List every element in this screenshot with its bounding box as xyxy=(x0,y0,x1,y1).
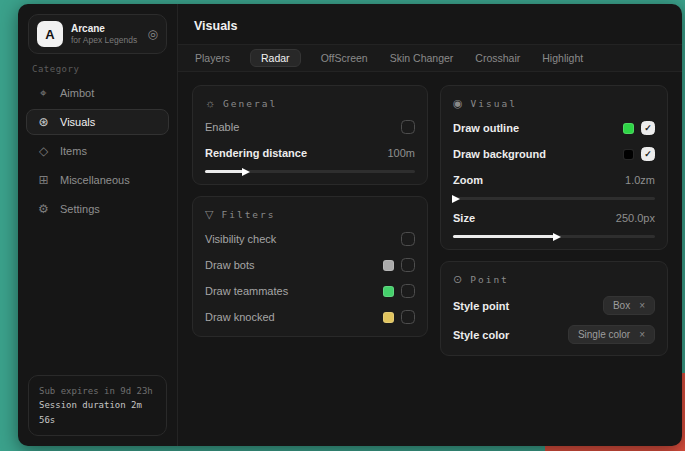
sidebar-item-label: Aimbot xyxy=(60,87,94,99)
slider-thumb[interactable] xyxy=(452,195,464,203)
slider-thumb[interactable] xyxy=(553,233,565,241)
main-header: Visuals xyxy=(178,4,682,45)
tab-players[interactable]: Players xyxy=(193,49,232,67)
style-color-row: Style color Single color × xyxy=(453,325,655,344)
size-value: 250.0px xyxy=(616,212,655,224)
visibility-check-row: Visibility check xyxy=(205,231,415,247)
draw-background-controls: ✓ xyxy=(623,147,655,161)
draw-outline-color-swatch[interactable] xyxy=(623,123,634,134)
slider-fill xyxy=(453,235,554,238)
visibility-check-checkbox[interactable] xyxy=(401,232,415,246)
panel-visual: ◉ Visual Draw outline ✓ Draw background xyxy=(440,85,668,250)
panel-filters-header: ▽ Filters xyxy=(205,208,415,221)
zoom-row: Zoom 1.0zm xyxy=(453,172,655,188)
draw-teammates-color-swatch[interactable] xyxy=(383,286,394,297)
tab-bar: Players Radar OffScreen Skin Changer Cro… xyxy=(178,45,682,72)
zoom-label: Zoom xyxy=(453,174,483,186)
sidebar-nav: ⌖ Aimbot ⊛ Visuals ◇ Items ⊞ Miscellaneo… xyxy=(18,80,177,222)
sidebar-item-miscellaneous[interactable]: ⊞ Miscellaneous xyxy=(26,167,169,193)
sidebar-item-items[interactable]: ◇ Items xyxy=(26,138,169,164)
draw-bots-color-swatch[interactable] xyxy=(383,260,394,271)
style-color-select[interactable]: Single color × xyxy=(568,325,655,344)
draw-background-label: Draw background xyxy=(453,148,546,160)
draw-teammates-row: Draw teammates xyxy=(205,283,415,299)
style-point-select[interactable]: Box × xyxy=(603,296,655,315)
panel-general: ☼ General Enable Rendering distance 100m xyxy=(192,85,428,185)
items-icon: ◇ xyxy=(37,144,50,158)
style-color-clear-icon[interactable]: × xyxy=(639,329,645,340)
slider-fill xyxy=(205,170,243,173)
size-slider[interactable] xyxy=(453,235,655,238)
session-info-card: Sub expires in 9d 23h Session duration 2… xyxy=(28,375,167,436)
rendering-distance-row: Rendering distance 100m xyxy=(205,145,415,161)
sidebar-item-label: Miscellaneous xyxy=(60,174,130,186)
enable-row: Enable xyxy=(205,119,415,135)
rendering-distance-slider[interactable] xyxy=(205,170,415,173)
panel-title: Visual xyxy=(471,98,517,109)
sidebar-item-visuals[interactable]: ⊛ Visuals xyxy=(26,109,169,135)
tab-offscreen[interactable]: OffScreen xyxy=(319,49,370,67)
zoom-slider[interactable] xyxy=(453,197,655,200)
draw-teammates-checkbox[interactable] xyxy=(401,284,415,298)
draw-bots-row: Draw bots xyxy=(205,257,415,273)
draw-outline-checkbox[interactable]: ✓ xyxy=(641,121,655,135)
enable-checkbox[interactable] xyxy=(401,120,415,134)
draw-outline-label: Draw outline xyxy=(453,122,519,134)
sidebar: A Arcane for Apex Legends ◎ Category ⌖ A… xyxy=(18,4,178,446)
draw-knocked-color-swatch[interactable] xyxy=(383,312,394,323)
draw-outline-row: Draw outline ✓ xyxy=(453,120,655,136)
category-label: Category xyxy=(32,64,163,74)
draw-background-row: Draw background ✓ xyxy=(453,146,655,162)
draw-knocked-controls xyxy=(383,310,415,324)
draw-knocked-checkbox[interactable] xyxy=(401,310,415,324)
style-point-value: Box xyxy=(613,300,630,311)
style-point-clear-icon[interactable]: × xyxy=(639,300,645,311)
visibility-check-label: Visibility check xyxy=(205,233,276,245)
style-color-label: Style color xyxy=(453,329,509,341)
right-column: ◉ Visual Draw outline ✓ Draw background xyxy=(440,85,668,356)
style-color-value: Single color xyxy=(578,329,630,340)
app-subtitle: for Apex Legends xyxy=(71,35,137,45)
sidebar-item-aimbot[interactable]: ⌖ Aimbot xyxy=(26,80,169,106)
tab-skin-changer[interactable]: Skin Changer xyxy=(388,49,456,67)
eye-icon: ◉ xyxy=(453,97,463,110)
draw-knocked-label: Draw knocked xyxy=(205,311,275,323)
app-brand: A Arcane for Apex Legends ◎ xyxy=(28,14,167,54)
tab-crosshair[interactable]: Crosshair xyxy=(473,49,522,67)
panel-title: Filters xyxy=(221,209,275,220)
draw-teammates-controls xyxy=(383,284,415,298)
page-title: Visuals xyxy=(194,19,238,33)
sidebar-item-label: Settings xyxy=(60,203,100,215)
filter-icon: ▽ xyxy=(205,208,213,221)
brand-target-icon[interactable]: ◎ xyxy=(148,27,158,41)
panel-point: ⊙ Point Style point Box × Style color S xyxy=(440,261,668,356)
draw-bots-controls xyxy=(383,258,415,272)
draw-knocked-row: Draw knocked xyxy=(205,309,415,325)
enable-label: Enable xyxy=(205,121,239,133)
sub-expires-text: Sub expires in 9d 23h xyxy=(39,384,156,398)
panel-point-header: ⊙ Point xyxy=(453,273,655,286)
panel-filters: ▽ Filters Visibility check Draw bots xyxy=(192,196,428,337)
draw-bots-checkbox[interactable] xyxy=(401,258,415,272)
app-window: A Arcane for Apex Legends ◎ Category ⌖ A… xyxy=(18,4,682,446)
tab-radar[interactable]: Radar xyxy=(250,49,301,67)
left-column: ☼ General Enable Rendering distance 100m xyxy=(192,85,428,337)
app-logo-letter: A xyxy=(45,27,54,42)
panel-title: General xyxy=(223,98,277,109)
aimbot-icon: ⌖ xyxy=(37,86,50,100)
session-duration-text: Session duration 2m 56s xyxy=(39,398,156,427)
tab-highlight[interactable]: Highlight xyxy=(540,49,585,67)
slider-thumb[interactable] xyxy=(242,168,254,176)
point-icon: ⊙ xyxy=(453,273,462,286)
sidebar-item-label: Visuals xyxy=(60,116,95,128)
brand-text: Arcane for Apex Legends xyxy=(71,23,137,45)
style-point-label: Style point xyxy=(453,300,509,312)
main-area: Visuals Players Radar OffScreen Skin Cha… xyxy=(178,4,682,446)
content: ☼ General Enable Rendering distance 100m xyxy=(178,72,682,446)
draw-background-color-swatch[interactable] xyxy=(623,149,634,160)
miscellaneous-icon: ⊞ xyxy=(37,173,50,187)
sidebar-item-settings[interactable]: ⚙ Settings xyxy=(26,196,169,222)
draw-background-checkbox[interactable]: ✓ xyxy=(641,147,655,161)
sidebar-item-label: Items xyxy=(60,145,87,157)
size-label: Size xyxy=(453,212,475,224)
